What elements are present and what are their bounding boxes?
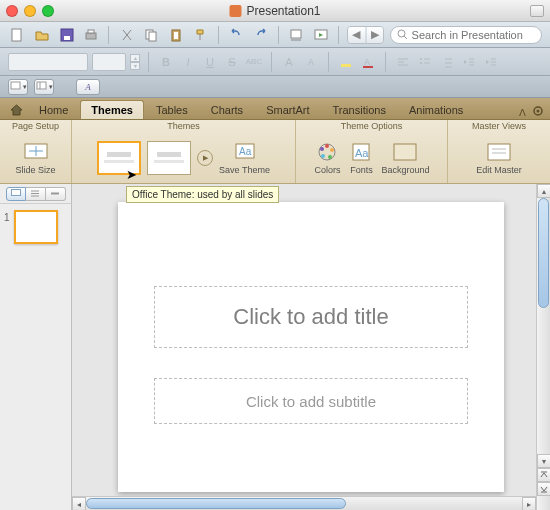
svg-rect-50 (488, 144, 510, 160)
nav-forward-button[interactable]: ▶ (367, 27, 384, 43)
outline-view-button[interactable] (26, 187, 46, 201)
sidebar-view-switch (0, 184, 71, 204)
redo-button[interactable] (251, 25, 270, 45)
ribbon-tabs: Home Themes Tables Charts SmartArt Trans… (0, 98, 550, 120)
background-button[interactable]: Background (381, 140, 429, 175)
numbering-button[interactable] (438, 53, 456, 71)
layout-dropdown[interactable] (34, 79, 54, 95)
tab-tables[interactable]: Tables (145, 100, 199, 119)
ribbon-settings-icon[interactable] (532, 105, 544, 119)
toggle-notes-button[interactable] (287, 25, 306, 45)
tab-smartart[interactable]: SmartArt (255, 100, 320, 119)
window-title: Presentation1 (246, 4, 320, 18)
search-box[interactable] (390, 26, 542, 44)
toolbar-toggle-button[interactable] (530, 5, 544, 17)
ribbon-collapse-button[interactable]: ᐱ (519, 107, 526, 118)
scroll-right-button[interactable]: ▸ (522, 497, 536, 510)
scroll-left-button[interactable]: ◂ (72, 497, 86, 510)
theme-option-2[interactable] (147, 141, 191, 175)
minimize-window-button[interactable] (24, 5, 36, 17)
horizontal-scrollbar[interactable]: ◂ ▸ (72, 496, 536, 510)
print-button[interactable] (82, 25, 101, 45)
svg-point-37 (537, 110, 540, 113)
svg-rect-8 (174, 32, 178, 39)
slides-view-button[interactable] (6, 187, 26, 201)
decrease-indent-button[interactable] (460, 53, 478, 71)
zoom-window-button[interactable] (42, 5, 54, 17)
grow-font-button[interactable]: A (280, 53, 298, 71)
close-window-button[interactable] (6, 5, 18, 17)
nav-back-button[interactable]: ◀ (348, 27, 365, 43)
svg-point-20 (420, 58, 422, 60)
highlight-button[interactable] (337, 53, 355, 71)
text-style-button[interactable]: A (76, 79, 100, 95)
svg-rect-6 (149, 32, 156, 41)
font-color-button[interactable]: A (359, 53, 377, 71)
svg-point-22 (420, 62, 422, 64)
font-family-select[interactable] (8, 53, 88, 71)
scroll-up-button[interactable]: ▴ (537, 184, 550, 198)
prev-slide-button[interactable] (537, 468, 550, 482)
slide[interactable]: Click to add title Click to add subtitle (118, 202, 504, 492)
italic-button[interactable]: I (179, 53, 197, 71)
slide-thumbnail-1[interactable]: 1 (4, 210, 67, 244)
search-input[interactable] (408, 29, 536, 41)
svg-rect-4 (88, 30, 94, 33)
copy-button[interactable] (142, 25, 161, 45)
format-painter-button[interactable] (191, 25, 210, 45)
new-file-button[interactable] (8, 25, 27, 45)
group-page-setup: Page Setup Slide Size (0, 120, 72, 183)
tab-animations[interactable]: Animations (398, 100, 474, 119)
tab-themes[interactable]: Themes (80, 100, 144, 119)
open-file-button[interactable] (33, 25, 52, 45)
tab-charts[interactable]: Charts (200, 100, 254, 119)
tab-transitions[interactable]: Transitions (322, 100, 397, 119)
slide-show-button[interactable] (312, 25, 331, 45)
bullets-button[interactable] (416, 53, 434, 71)
tab-home[interactable]: Home (28, 100, 79, 119)
save-button[interactable] (57, 25, 76, 45)
group-theme-options: Theme Options Colors Aa Fonts Background (296, 120, 448, 183)
svg-rect-2 (64, 36, 70, 40)
change-case-button[interactable]: ABC (245, 53, 263, 71)
presentation-file-icon (229, 5, 241, 17)
svg-rect-49 (394, 144, 416, 160)
sidebar-close-button[interactable] (46, 187, 66, 201)
horizontal-scroll-thumb[interactable] (86, 498, 346, 509)
underline-button[interactable]: U (201, 53, 219, 71)
home-icon[interactable] (6, 99, 26, 119)
paste-button[interactable] (167, 25, 186, 45)
font-size-stepper[interactable]: ▴▾ (130, 54, 140, 70)
themes-more-button[interactable]: ▶ (197, 150, 213, 166)
window-controls (6, 5, 54, 17)
undo-button[interactable] (227, 25, 246, 45)
edit-master-button[interactable]: Edit Master (476, 140, 522, 175)
new-slide-dropdown[interactable] (8, 79, 28, 95)
scroll-down-button[interactable]: ▾ (537, 454, 550, 468)
svg-rect-34 (37, 82, 46, 89)
slide-size-button[interactable]: Slide Size (15, 140, 55, 175)
increase-indent-button[interactable] (482, 53, 500, 71)
theme-tooltip: Office Theme: used by all slides (126, 186, 279, 203)
vertical-scrollbar[interactable]: ▴ ▾ (536, 184, 550, 510)
colors-button[interactable]: Colors (313, 140, 341, 175)
slide-canvas-area: Office Theme: used by all slides Click t… (72, 184, 550, 510)
search-icon (397, 29, 407, 40)
save-theme-button[interactable]: Aa Save Theme (219, 140, 270, 175)
cut-button[interactable] (117, 25, 136, 45)
fonts-button[interactable]: Aa Fonts (347, 140, 375, 175)
align-left-button[interactable] (394, 53, 412, 71)
title-placeholder[interactable]: Click to add title (154, 286, 468, 348)
next-slide-button[interactable] (537, 482, 550, 496)
formatting-toolbar: ▴▾ B I U S ABC A A A (0, 48, 550, 76)
vertical-scroll-thumb[interactable] (538, 198, 549, 308)
svg-text:Aa: Aa (239, 146, 252, 157)
svg-rect-16 (363, 66, 373, 68)
subtitle-placeholder[interactable]: Click to add subtitle (154, 378, 468, 424)
strike-button[interactable]: S (223, 53, 241, 71)
bold-button[interactable]: B (157, 53, 175, 71)
font-size-select[interactable] (92, 53, 126, 71)
quick-access-toolbar: ◀ ▶ (0, 22, 550, 48)
shrink-font-button[interactable]: A (302, 53, 320, 71)
nav-arrows: ◀ ▶ (347, 26, 384, 44)
